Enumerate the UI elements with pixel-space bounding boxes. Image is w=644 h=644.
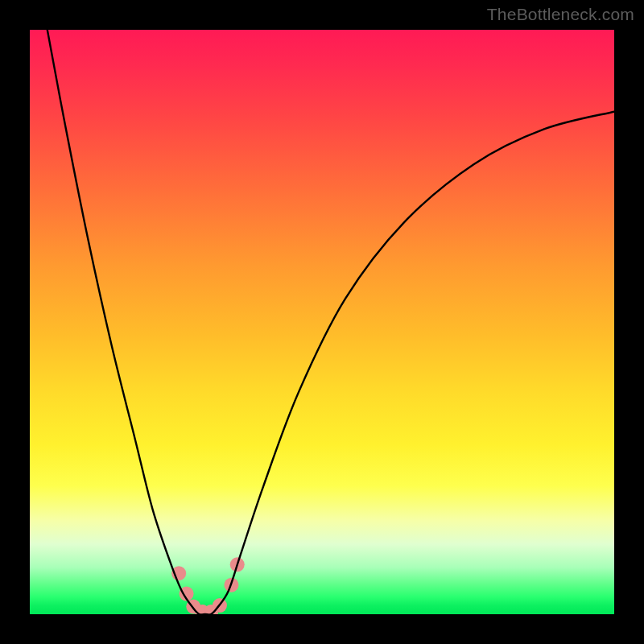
chart-frame: TheBottleneck.com <box>0 0 644 644</box>
plot-area <box>30 30 614 614</box>
bottleneck-curve <box>47 30 614 614</box>
watermark-text: TheBottleneck.com <box>487 5 634 24</box>
curve-layer <box>30 30 614 614</box>
highlight-markers <box>171 557 245 614</box>
